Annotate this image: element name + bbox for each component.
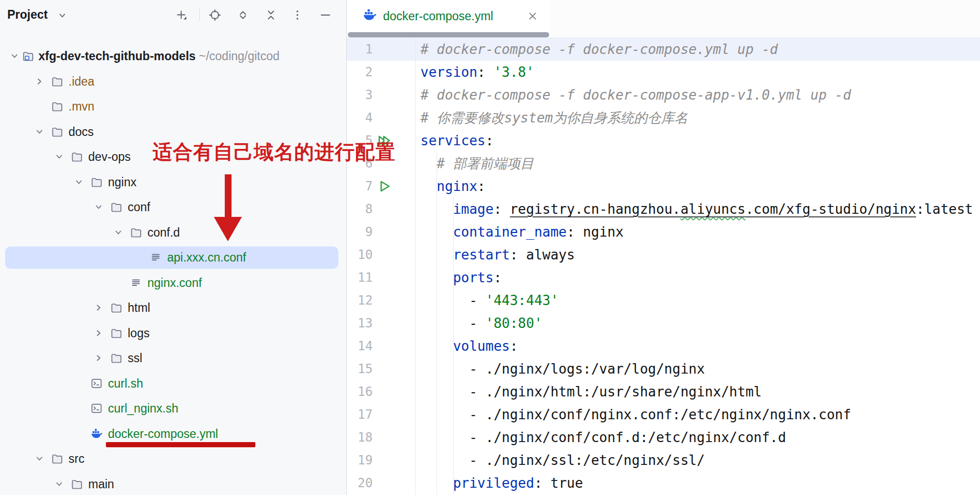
tree-item-conf.d[interactable]: conf.d bbox=[0, 220, 346, 245]
tree-item-.idea[interactable]: .idea bbox=[0, 69, 346, 94]
code-line-11: 11 ports: bbox=[347, 266, 980, 289]
expand-all-icon[interactable] bbox=[237, 9, 249, 21]
tree-item-label: dev-ops bbox=[88, 144, 131, 170]
chevron-down-icon[interactable] bbox=[8, 50, 21, 62]
run-icon[interactable] bbox=[376, 178, 392, 194]
code-token: - bbox=[420, 315, 485, 331]
chevron-right-icon[interactable] bbox=[33, 75, 46, 88]
tree-item-label: logs bbox=[128, 321, 149, 346]
tree-item-label: nginx.conf bbox=[147, 270, 202, 296]
line-number: 3 bbox=[347, 84, 373, 106]
line-number: 4 bbox=[347, 106, 373, 129]
code-text: - ./nginx/html:/usr/share/nginx/html bbox=[420, 380, 761, 403]
code-token: : bbox=[494, 270, 502, 285]
tree-item-curl-nginx.sh[interactable]: curl_nginx.sh bbox=[0, 396, 346, 421]
line-number: 11 bbox=[347, 266, 373, 289]
code-token bbox=[420, 178, 437, 194]
code-text: nginx: bbox=[420, 175, 485, 198]
code-text: version: '3.8' bbox=[420, 61, 534, 84]
tree-item-logs[interactable]: logs bbox=[0, 321, 346, 346]
tree-item-.mvn[interactable]: .mvn bbox=[0, 94, 346, 119]
tree-item-api.xxx.cn.conf[interactable]: api.xxx.cn.conf bbox=[0, 245, 346, 270]
folder-icon bbox=[51, 126, 63, 138]
code-line-17: 17 - ./nginx/conf/nginx.conf:/etc/nginx/… bbox=[347, 403, 980, 426]
tree-item-xfg-dev-tech-github-models[interactable]: xfg-dev-tech-github-models ~/coding/gitc… bbox=[0, 44, 346, 69]
tree-item-src[interactable]: src bbox=[0, 446, 346, 472]
code-text: image: registry.cn-hangzhou.aliyuncs.com… bbox=[420, 198, 973, 221]
tree-item-label: main bbox=[88, 472, 114, 495]
line-number: 10 bbox=[347, 243, 373, 266]
code-text: - ./nginx/ssl:/etc/nginx/ssl/ bbox=[420, 449, 705, 472]
terminal-file-icon bbox=[90, 377, 103, 390]
tree-item-label: html bbox=[128, 295, 150, 321]
tree-item-label: curl.sh bbox=[108, 371, 143, 396]
project-path-suffix: ~/coding/gitcod bbox=[196, 49, 280, 63]
code-text: - '443:443' bbox=[420, 289, 559, 312]
code-token: '3.8' bbox=[494, 64, 534, 80]
code-token bbox=[420, 224, 453, 240]
chevron-down-icon[interactable] bbox=[53, 478, 65, 490]
code-token: - ./nginx/conf/conf.d:/etc/nginx/conf.d bbox=[420, 430, 786, 445]
tree-item-label: nginx bbox=[108, 170, 137, 195]
code-text: # 部署前端项目 bbox=[420, 152, 534, 175]
chevron-right-icon[interactable] bbox=[92, 352, 105, 364]
spellcheck-squiggle-text: aliyuncs bbox=[680, 201, 745, 217]
code-token: '80:80' bbox=[485, 315, 542, 331]
minimize-icon[interactable] bbox=[319, 9, 332, 21]
code-text: - ./nginx/conf/conf.d:/etc/nginx/conf.d bbox=[420, 426, 786, 449]
code-token: services bbox=[420, 133, 485, 148]
docker-icon bbox=[362, 8, 377, 22]
tree-item-label: .mvn bbox=[69, 94, 94, 119]
text-file-icon bbox=[130, 277, 142, 289]
chevron-down-icon[interactable] bbox=[56, 9, 69, 22]
tree-item-main[interactable]: main bbox=[0, 472, 346, 495]
collapse-all-icon[interactable] bbox=[265, 9, 277, 21]
code-line-19: 19 - ./nginx/ssl:/etc/nginx/ssl/ bbox=[347, 449, 980, 472]
code-line-9: 9 container_name: nginx bbox=[347, 221, 980, 243]
line-number: 12 bbox=[347, 289, 373, 312]
code-token: : nginx bbox=[567, 224, 624, 240]
chevron-down-icon[interactable] bbox=[33, 126, 46, 138]
chevron-down-icon[interactable] bbox=[92, 201, 105, 213]
editor-tab-bar: docker-compose.yml bbox=[347, 0, 980, 38]
active-tab-underline bbox=[348, 32, 549, 37]
code-editor[interactable]: 1# docker-compose -f docker-compose.yml … bbox=[347, 37, 980, 495]
folder-icon bbox=[110, 301, 122, 314]
code-token: - ./nginx/html:/usr/share/nginx/html bbox=[420, 384, 761, 400]
tab-docker-compose-yml[interactable]: docker-compose.yml bbox=[347, 0, 550, 37]
tree-item-ssl[interactable]: ssl bbox=[0, 346, 346, 371]
plus-icon[interactable] bbox=[175, 9, 188, 21]
code-line-8: 8 image: registry.cn-hangzhou.aliyuncs.c… bbox=[347, 198, 980, 221]
tree-item-nginx[interactable]: nginx bbox=[0, 170, 346, 195]
tree-item-curl.sh[interactable]: curl.sh bbox=[0, 371, 346, 396]
tree-item-nginx.conf[interactable]: nginx.conf bbox=[0, 270, 346, 296]
line-number: 9 bbox=[347, 221, 373, 243]
line-number: 14 bbox=[347, 335, 373, 358]
close-icon[interactable] bbox=[526, 10, 539, 22]
code-token bbox=[420, 247, 453, 263]
link-text-part: .com/xfg-studio/nginx bbox=[745, 201, 916, 217]
code-token: image bbox=[453, 201, 494, 217]
code-token: # 你需要修改system为你自身系统的仓库名 bbox=[420, 110, 688, 126]
chevron-down-icon[interactable] bbox=[112, 226, 125, 239]
chevron-down-icon[interactable] bbox=[33, 452, 46, 465]
chevron-down-icon[interactable] bbox=[53, 150, 65, 163]
code-text: ports: bbox=[420, 266, 502, 289]
chevron-down-icon[interactable] bbox=[73, 176, 85, 188]
chevron-right-icon[interactable] bbox=[92, 327, 105, 339]
tree-item-html[interactable]: html bbox=[0, 295, 346, 321]
line-number: 13 bbox=[347, 312, 373, 335]
code-token bbox=[420, 270, 453, 285]
chevron-right-icon[interactable] bbox=[92, 301, 105, 314]
folder-icon bbox=[71, 478, 83, 490]
tree-item-label: xfg-dev-tech-github-models ~/coding/gitc… bbox=[38, 44, 280, 69]
line-number: 19 bbox=[347, 449, 373, 472]
project-panel-title[interactable]: Project bbox=[7, 8, 48, 22]
folder-icon bbox=[71, 150, 83, 163]
toolbar-divider bbox=[199, 9, 200, 21]
code-token: - ./nginx/ssl:/etc/nginx/ssl/ bbox=[420, 452, 705, 468]
more-vertical-icon[interactable] bbox=[291, 9, 304, 21]
tree-item-conf[interactable]: conf bbox=[0, 195, 346, 220]
locate-icon[interactable] bbox=[209, 9, 221, 21]
code-token: - bbox=[420, 293, 485, 308]
